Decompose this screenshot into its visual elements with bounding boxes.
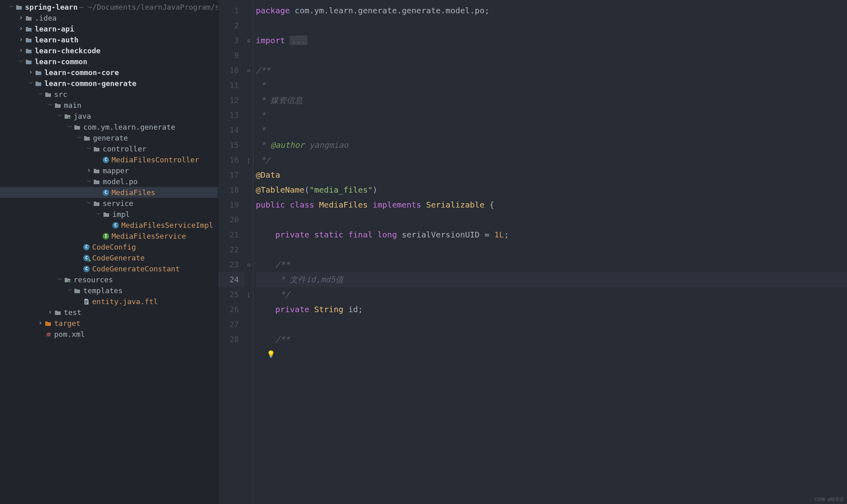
tree-item-resources[interactable]: ﹀resources <box>0 274 218 285</box>
code-line[interactable]: private String id; <box>256 302 847 317</box>
tree-item-label: templates <box>83 286 123 295</box>
file-icon <box>83 298 90 305</box>
code-line[interactable] <box>256 317 847 332</box>
chevron-right-icon[interactable]: › <box>18 47 24 53</box>
tree-item-entity-java-ftl[interactable]: entity.java.ftl <box>0 296 218 307</box>
chevron-right-icon[interactable]: › <box>18 14 24 21</box>
chevron-right-icon[interactable]: › <box>47 309 53 315</box>
folder-icon <box>93 145 100 153</box>
chevron-down-icon[interactable]: ﹀ <box>47 102 53 109</box>
chevron-down-icon[interactable]: ﹀ <box>86 146 92 152</box>
chevron-down-icon[interactable]: ﹀ <box>18 59 24 65</box>
folder-icon <box>44 91 52 98</box>
chevron-down-icon[interactable]: ﹀ <box>27 80 34 87</box>
chevron-down-icon[interactable]: ﹀ <box>57 277 63 283</box>
code-line[interactable]: /** <box>256 63 847 78</box>
code-line[interactable]: * 文件id,md5值 <box>256 272 847 287</box>
fold-expand-icon[interactable]: ⊞ <box>244 33 253 48</box>
chevron-down-icon[interactable]: ﹀ <box>8 4 15 10</box>
chevron-down-icon[interactable]: ﹀ <box>37 91 44 98</box>
tree-item-learn-common-core[interactable]: ›learn-common-core <box>0 67 218 78</box>
tree-item-main[interactable]: ﹀main <box>0 100 218 111</box>
code-line[interactable]: @Data <box>256 168 847 183</box>
code-line[interactable]: /** <box>256 332 847 347</box>
svg-rect-6 <box>39 84 41 86</box>
tree-item-mediafiles[interactable]: CMediaFiles <box>0 187 218 198</box>
tree-item-label: service <box>103 199 133 208</box>
tree-item-learn-auth[interactable]: ›learn-auth <box>0 34 218 45</box>
chevron-down-icon[interactable]: ﹀ <box>66 124 73 130</box>
folder-icon <box>25 15 32 22</box>
tree-item-codeconfig[interactable]: CCodeConfig <box>0 242 218 252</box>
tree-item-mediafilesserviceimpl[interactable]: CMediaFilesServiceImpl <box>0 220 218 231</box>
tree-item-templates[interactable]: ﹀templates <box>0 285 218 296</box>
tree-item-learn-common[interactable]: ﹀learn-common <box>0 56 218 67</box>
project-tree-panel[interactable]: ﹀spring-learn – ~/Documents/learnJavaPro… <box>0 0 218 504</box>
chevron-down-icon[interactable]: ﹀ <box>57 113 63 120</box>
code-line[interactable] <box>256 242 847 257</box>
code-line[interactable]: private static final long serialVersionU… <box>256 227 847 242</box>
tree-item-mediafilescontroller[interactable]: CMediaFilesController <box>0 154 218 165</box>
code-line[interactable]: * <box>256 108 847 123</box>
tree-item-test[interactable]: ›test <box>0 307 218 318</box>
tree-item-learn-common-generate[interactable]: ﹀learn-common-generate <box>0 78 218 89</box>
chevron-down-icon[interactable]: ﹀ <box>86 178 92 185</box>
tree-item-pom-xml[interactable]: mpom.xml <box>0 329 218 340</box>
tree-item-mediafilesservice[interactable]: IMediaFilesService <box>0 231 218 242</box>
tree-item-label: learn-common <box>35 57 87 66</box>
code-editor[interactable]: 1239101112131415161718192021222324252627… <box>218 0 847 504</box>
code-line[interactable]: * @author yangmiao <box>256 138 847 153</box>
fold-collapse-icon[interactable]: ⊟ <box>244 63 253 78</box>
chevron-right-icon[interactable]: › <box>27 69 34 75</box>
fold-collapse-icon[interactable]: ⊟ <box>244 257 253 272</box>
tree-item-service[interactable]: ﹀service <box>0 198 218 209</box>
chevron-down-icon[interactable]: ﹀ <box>95 211 102 218</box>
tree-item-learn-api[interactable]: ›learn-api <box>0 23 218 34</box>
code-line[interactable] <box>256 48 847 63</box>
code-line[interactable]: /** <box>256 257 847 272</box>
code-line[interactable]: */ <box>256 153 847 168</box>
chevron-right-icon[interactable]: › <box>18 25 24 32</box>
chevron-right-icon[interactable]: › <box>18 36 24 42</box>
tree-item-controller[interactable]: ﹀controller <box>0 143 218 154</box>
code-line[interactable]: package com.ym.learn.generate.generate.m… <box>256 3 847 18</box>
tree-item-mapper[interactable]: ›mapper <box>0 165 218 176</box>
code-line[interactable]: import ... <box>256 33 847 48</box>
chevron-down-icon[interactable]: ﹀ <box>76 135 82 141</box>
chevron-none <box>95 157 102 163</box>
tree-item-java[interactable]: ﹀java <box>0 111 218 122</box>
tree-item-label: mapper <box>103 166 129 175</box>
chevron-down-icon[interactable]: ﹀ <box>86 200 92 207</box>
tree-item-spring-learn[interactable]: ﹀spring-learn – ~/Documents/learnJavaPro… <box>0 2 218 13</box>
chevron-down-icon[interactable]: ﹀ <box>66 288 73 294</box>
tree-item-target[interactable]: ›target <box>0 318 218 329</box>
intention-bulb-icon[interactable]: 💡 <box>267 350 275 358</box>
tree-item-codegenerate[interactable]: CCodeGenerate <box>0 252 218 263</box>
class-icon: C <box>83 244 90 250</box>
code-line[interactable]: * <box>256 78 847 93</box>
code-line[interactable]: */ <box>256 287 847 302</box>
tree-item-src[interactable]: ﹀src <box>0 89 218 100</box>
tree-item-generate[interactable]: ﹀generate <box>0 132 218 143</box>
code-line[interactable]: * 媒资信息 <box>256 93 847 108</box>
chevron-none <box>76 266 82 272</box>
tree-item-com-ym-learn-generate[interactable]: ﹀com.ym.learn.generate <box>0 122 218 132</box>
chevron-right-icon[interactable]: › <box>86 167 92 173</box>
tree-item-impl[interactable]: ﹀impl <box>0 209 218 220</box>
code-area[interactable]: package com.ym.learn.generate.generate.m… <box>253 0 847 504</box>
code-line[interactable]: @TableName("media_files") <box>256 183 847 197</box>
tree-item--idea[interactable]: ›.idea <box>0 13 218 23</box>
svg-rect-3 <box>29 51 31 53</box>
code-line[interactable]: public class MediaFiles implements Seria… <box>256 197 847 212</box>
tree-item-label: MediaFilesController <box>112 155 199 164</box>
tree-item-learn-checkcode[interactable]: ›learn-checkcode <box>0 45 218 56</box>
code-line[interactable]: * <box>256 123 847 138</box>
code-line[interactable] <box>256 18 847 33</box>
folder-icon <box>93 178 100 185</box>
chevron-none <box>95 233 102 239</box>
tree-item-model-po[interactable]: ﹀model.po <box>0 176 218 187</box>
chevron-right-icon[interactable]: › <box>37 319 44 326</box>
code-line[interactable] <box>256 212 847 227</box>
tree-item-codegenerateconstant[interactable]: CCodeGenerateConstant <box>0 263 218 274</box>
fold-column[interactable]: ⊞⊟⌊⊟⌊ <box>244 0 253 504</box>
